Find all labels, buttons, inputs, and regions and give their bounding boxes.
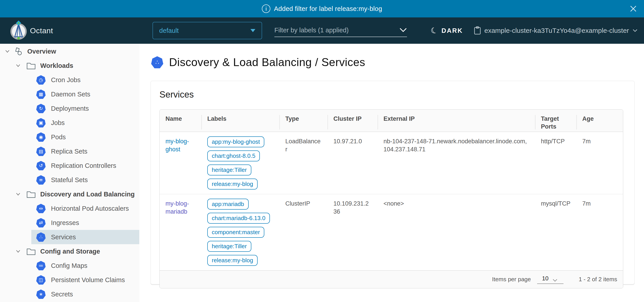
label-pill[interactable]: heritage:Tiller	[207, 164, 251, 175]
sidebar-item-label: Cron Jobs	[51, 76, 80, 84]
sidebar-item-label: Workloads	[40, 62, 73, 69]
label-pill[interactable]: chart:mariadb-6.13.0	[207, 213, 270, 224]
sidebar-item-persistent-volume-claims[interactable]: ◫Persistent Volume Claims	[0, 273, 139, 287]
sidebar-item-label: Stateful Sets	[51, 176, 88, 184]
label-pill[interactable]: release:my-blog	[207, 178, 258, 189]
folder-icon	[26, 247, 36, 255]
sidebar-item-replication-controllers[interactable]: ↺Replication Controllers	[0, 158, 139, 173]
sidebar-item-config-maps[interactable]: ≔Config Maps	[0, 259, 139, 273]
pods-icon: ◉	[36, 132, 46, 142]
stateful-sets-icon: ≡	[36, 175, 46, 185]
services-icon: ∴	[151, 56, 163, 68]
cluster-context-dropdown[interactable]: example-cluster-ka3TuTzYo4a@example-clus…	[474, 17, 638, 44]
sidebar-item-config-and-storage[interactable]: Config and Storage	[0, 244, 139, 259]
label-pill[interactable]: app:my-blog-ghost	[207, 136, 264, 147]
age-cell: 7m	[576, 132, 623, 194]
label-pill[interactable]: heritage:Tiller	[207, 241, 251, 252]
sidebar-item-jobs[interactable]: ▣Jobs	[0, 116, 139, 130]
sidebar-item-horizontal-pod-autoscalers[interactable]: ⇔Horizontal Pod Autoscalers	[0, 201, 139, 216]
chevron-down-icon[interactable]	[4, 48, 11, 55]
column-header-age[interactable]: Age	[576, 110, 623, 132]
label-pill[interactable]: app:mariadb	[207, 199, 249, 210]
config-maps-icon: ≔	[36, 261, 46, 270]
octant-logo	[10, 20, 27, 41]
type-cell: ClusterIP	[280, 194, 328, 270]
sidebar-item-label: Replica Sets	[51, 148, 88, 155]
sidebar-item-label: Config and Storage	[40, 248, 100, 255]
chevron-down-icon[interactable]	[15, 191, 22, 197]
chevron-down-icon[interactable]	[15, 248, 22, 255]
moon-icon: ☾	[429, 25, 439, 36]
label-filter-dropdown[interactable]: Filter by labels (1 applied)	[274, 24, 407, 37]
service-name-link[interactable]: my-blog-ghost	[166, 138, 189, 153]
table-footer: Items per page 10 1 - 2 of 2 items	[160, 270, 623, 288]
table-header: NameLabelsTypeCluster IPExternal IPTarge…	[160, 110, 623, 132]
cluster-icon	[474, 26, 481, 35]
sidebar-item-label: Persistent Volume Claims	[51, 276, 125, 284]
sidebar-item-pods[interactable]: ◉Pods	[0, 130, 139, 144]
horizontal-pod-autoscalers-icon: ⇔	[36, 204, 46, 213]
folder-icon	[26, 62, 36, 70]
persistent-volume-claims-icon: ◫	[36, 275, 46, 285]
deployments-icon: ↻	[36, 104, 46, 113]
folder-icon	[26, 190, 36, 198]
theme-toggle-button[interactable]: ☾ DARK	[431, 17, 463, 44]
jobs-icon: ▣	[36, 118, 46, 128]
label-pill[interactable]: release:my-blog	[207, 255, 258, 266]
sidebar-item-workloads[interactable]: Workloads	[0, 58, 139, 73]
type-cell: LoadBalancer	[280, 132, 328, 194]
table-body: my-blog-ghostapp:my-blog-ghostchart:ghos…	[160, 132, 623, 270]
name-cell: my-blog-ghost	[160, 132, 202, 194]
namespace-select[interactable]: default	[152, 22, 262, 39]
sidebar-item-label: Discovery and Load Balancing	[40, 191, 134, 198]
theme-toggle-label: DARK	[442, 27, 463, 34]
daemon-sets-icon: ▦	[36, 90, 46, 99]
column-header-type[interactable]: Type	[280, 110, 328, 132]
sidebar-item-services[interactable]: ∴Services	[0, 230, 139, 244]
table-row: my-blog-mariadbapp:mariadbchart:mariadb-…	[160, 194, 623, 270]
services-card: Services NameLabelsTypeCluster IPExterna…	[150, 81, 634, 284]
sidebar-item-daemon-sets[interactable]: ▦Daemon Sets	[0, 87, 139, 101]
items-per-page-label: Items per page	[492, 276, 531, 283]
column-header-external-ip[interactable]: External IP	[378, 110, 535, 132]
replica-sets-icon: ▤	[36, 147, 46, 156]
column-header-labels[interactable]: Labels	[202, 110, 280, 132]
replication-controllers-icon: ↺	[36, 161, 46, 170]
page-size-select[interactable]: 10	[537, 275, 564, 284]
service-name-link[interactable]: my-blog-mariadb	[166, 200, 189, 215]
ingresses-icon: ⇄	[36, 218, 46, 227]
sidebar-item-discovery-and-load-balancing[interactable]: Discovery and Load Balancing	[0, 187, 139, 201]
chevron-down-icon[interactable]	[15, 62, 22, 69]
sidebar-item-cron-jobs[interactable]: ◷Cron Jobs	[0, 73, 139, 87]
labels-cell: app:my-blog-ghostchart:ghost-8.0.5herita…	[202, 132, 280, 194]
cron-jobs-icon: ◷	[36, 75, 46, 85]
alert-close-button[interactable]	[629, 5, 637, 13]
label-pill[interactable]: component:master	[207, 227, 264, 238]
external-ip-cell: <none>	[378, 194, 535, 270]
label-pill[interactable]: chart:ghost-8.0.5	[207, 151, 260, 161]
cluster-context-text: example-cluster-ka3TuTzYo4a@example-clus…	[484, 27, 629, 34]
page-title-text: Discovery & Load Balancing / Services	[169, 56, 365, 69]
main-content: ∴ Discovery & Load Balancing / Services …	[139, 44, 644, 302]
column-header-target-ports[interactable]: Target Ports	[535, 110, 576, 132]
sidebar-item-deployments[interactable]: ↻Deployments	[0, 101, 139, 116]
sidebar-item-stateful-sets[interactable]: ≡Stateful Sets	[0, 173, 139, 187]
app-title: Octant	[30, 17, 53, 44]
caret-down-icon	[250, 29, 255, 32]
column-header-name[interactable]: Name	[160, 110, 202, 132]
sidebar-item-replica-sets[interactable]: ▤Replica Sets	[0, 144, 139, 158]
sidebar-item-label: Jobs	[51, 119, 64, 127]
sidebar-item-secrets[interactable]: ∗Secrets	[0, 287, 139, 301]
sidebar-item-overview[interactable]: Overview	[0, 44, 139, 58]
overview-icon	[14, 46, 23, 56]
card-title: Services	[160, 90, 623, 100]
sidebar-nav: OverviewWorkloads◷Cron Jobs▦Daemon Sets↻…	[0, 44, 139, 302]
sidebar-item-ingresses[interactable]: ⇄Ingresses	[0, 216, 139, 230]
sidebar-item-label: Overview	[27, 48, 56, 55]
column-header-cluster-ip[interactable]: Cluster IP	[328, 110, 378, 132]
sidebar-item-label: Replication Controllers	[51, 162, 116, 169]
info-icon: i	[262, 4, 270, 13]
close-icon	[629, 5, 637, 13]
labels-cell: app:mariadbchart:mariadb-6.13.0component…	[202, 194, 280, 270]
pagination-range: 1 - 2 of 2 items	[579, 276, 617, 283]
